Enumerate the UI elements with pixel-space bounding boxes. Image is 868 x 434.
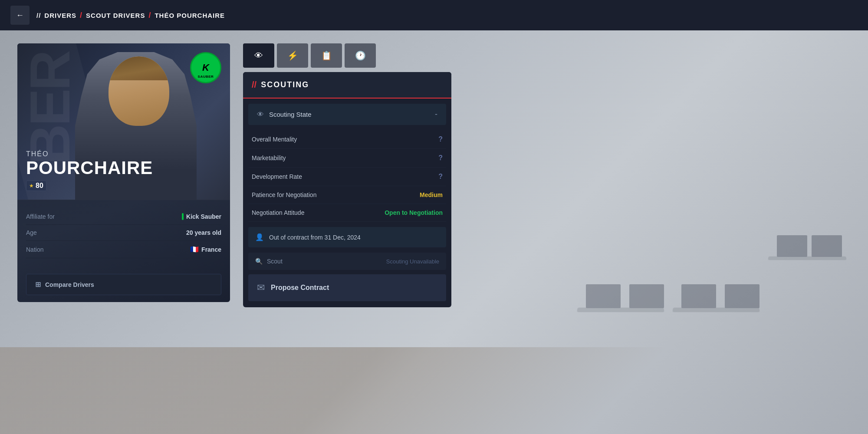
stat-value-mentality: ? <box>438 135 443 143</box>
breadcrumb-sep2: / <box>148 11 151 20</box>
stat-label-development: Development Rate <box>252 173 302 180</box>
contract-row: 👤 Out of contract from 31 Dec, 2024 <box>248 227 446 247</box>
nation-label: Nation <box>26 246 43 253</box>
compare-drivers-button[interactable]: ⊞ Compare Drivers <box>26 274 221 295</box>
scout-label: Scout <box>267 258 382 265</box>
age-label: Age <box>26 229 37 236</box>
main-content: BER K SAUBER THÉO POURCHAIRE ★ <box>0 30 868 434</box>
scouting-state-label: Scouting State <box>269 111 430 118</box>
stat-value-marketability: ? <box>438 154 443 162</box>
stat-label-marketability: Marketability <box>252 155 286 161</box>
info-row-affiliate: Affiliate for Kick Sauber <box>26 209 221 225</box>
propose-label: Propose Contract <box>271 284 329 292</box>
scouting-header-slash: // <box>252 80 256 90</box>
breadcrumb-section2: SCOUT DRIVERS <box>86 12 145 19</box>
tab-contract[interactable]: 📋 <box>311 43 342 68</box>
driver-card: BER K SAUBER THÉO POURCHAIRE ★ <box>17 43 230 302</box>
stat-value-development: ? <box>438 173 443 181</box>
nation-value: 🇫🇷 France <box>190 245 221 253</box>
team-watermark: BER <box>22 52 78 164</box>
tab-bar: 👁 ⚡ 📋 🕐 <box>243 43 851 68</box>
stat-value-negotiation: Open to Negotiation <box>385 209 443 216</box>
scouting-state-value: - <box>435 110 437 119</box>
scout-status: Scouting Unavailable <box>386 258 439 265</box>
envelope-icon: ✉ <box>257 282 265 293</box>
rating-badge: ★ 80 <box>26 181 46 191</box>
compare-icon: ⊞ <box>35 280 41 289</box>
tab-performance[interactable]: ⚡ <box>277 43 308 68</box>
scout-row: 🔍 Scout Scouting Unavailable <box>248 253 446 270</box>
stat-row-negotiation: Negotiation Attitude Open to Negotiation <box>248 204 446 222</box>
age-value: 20 years old <box>186 229 221 236</box>
stat-row-marketability: Marketability ? <box>248 149 446 168</box>
back-icon: ← <box>16 11 24 20</box>
tab-history[interactable]: 🕐 <box>345 43 376 68</box>
breadcrumb: // DRIVERS / SCOUT DRIVERS / THÉO POURCH… <box>36 11 225 20</box>
driver-photo-area: BER K SAUBER THÉO POURCHAIRE ★ <box>17 43 230 200</box>
back-button[interactable]: ← <box>10 6 30 25</box>
scouting-tab-icon: 👁 <box>254 51 263 61</box>
history-tab-icon: 🕐 <box>355 50 366 61</box>
scouting-state-row: 👁 Scouting State - <box>248 104 446 125</box>
team-badge: K SAUBER <box>190 52 221 83</box>
driver-hair <box>108 56 169 80</box>
driver-head <box>108 56 169 126</box>
driver-firstname: THÉO <box>26 150 153 158</box>
search-icon: 🔍 <box>255 258 263 265</box>
tab-scouting[interactable]: 👁 <box>243 43 274 68</box>
driver-name-area: THÉO POURCHAIRE ★ 80 <box>26 150 153 191</box>
scouting-panel: // SCOUTING 👁 Scouting State - Overall M… <box>243 72 451 307</box>
stat-label-mentality: Overall Mentality <box>252 136 297 143</box>
breadcrumb-section1: DRIVERS <box>44 12 76 19</box>
scouting-title: SCOUTING <box>261 80 309 89</box>
affiliate-value: Kick Sauber <box>182 213 221 220</box>
info-row-age: Age 20 years old <box>26 225 221 241</box>
breadcrumb-slash1: // <box>36 12 41 19</box>
contract-icon: 👤 <box>255 233 264 241</box>
stat-row-mentality: Overall Mentality ? <box>248 130 446 149</box>
stat-label-patience: Patience for Negotiation <box>252 191 316 198</box>
stat-row-development: Development Rate ? <box>248 168 446 186</box>
team-badge-label: SAUBER <box>198 75 214 79</box>
contract-tab-icon: 📋 <box>321 50 332 61</box>
stat-label-negotiation: Negotiation Attitude <box>252 209 304 216</box>
contract-text: Out of contract from 31 Dec, 2024 <box>269 234 361 241</box>
breadcrumb-sep1: / <box>80 11 82 20</box>
affiliate-label: Affiliate for <box>26 213 55 220</box>
nation-flag-icon: 🇫🇷 <box>190 245 199 253</box>
stat-row-patience: Patience for Negotiation Medium <box>248 186 446 204</box>
scouting-state-icon: 👁 <box>257 111 264 118</box>
team-badge-letter: K <box>202 62 209 73</box>
team-dot-icon <box>182 213 184 220</box>
right-panel: 👁 ⚡ 📋 🕐 // SCOUTING 👁 Scouting State <box>243 43 851 307</box>
propose-contract-button[interactable]: ✉ Propose Contract <box>248 274 446 301</box>
performance-tab-icon: ⚡ <box>287 50 298 61</box>
rating-star-icon: ★ <box>29 183 34 189</box>
driver-info: Affiliate for Kick Sauber Age 20 years o… <box>17 200 230 267</box>
rating-number: 80 <box>36 182 43 190</box>
driver-lastname: POURCHAIRE <box>26 159 153 177</box>
driver-rating: ★ 80 <box>26 181 153 191</box>
topbar: ← // DRIVERS / SCOUT DRIVERS / THÉO POUR… <box>0 0 868 30</box>
stats-section: Overall Mentality ? Marketability ? Deve… <box>243 130 451 222</box>
info-row-nation: Nation 🇫🇷 France <box>26 241 221 258</box>
scouting-header: // SCOUTING <box>243 72 451 99</box>
compare-label: Compare Drivers <box>45 281 94 288</box>
stat-value-patience: Medium <box>420 191 443 198</box>
breadcrumb-section3: THÉO POURCHAIRE <box>155 12 225 19</box>
